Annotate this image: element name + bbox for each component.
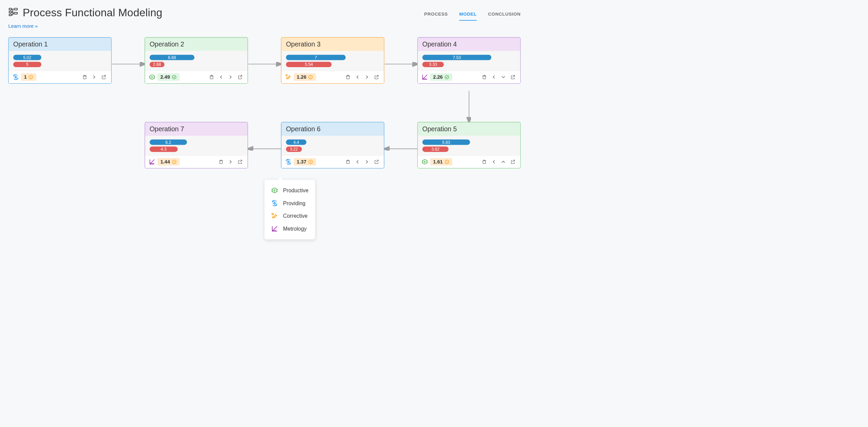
delete-icon[interactable]	[344, 73, 352, 81]
ratio-badge: 1	[21, 73, 36, 81]
chevron-left-icon[interactable]	[354, 158, 361, 166]
title-block: Process Functional Modeling	[8, 6, 162, 19]
metric-bar-blue: 4.4	[286, 139, 307, 145]
open-external-icon[interactable]	[100, 73, 107, 81]
info-circle-icon	[308, 159, 313, 164]
open-external-icon[interactable]	[509, 73, 517, 81]
delete-icon[interactable]	[480, 73, 488, 81]
card-title: Operation 5	[418, 122, 520, 136]
metrology-icon[interactable]	[149, 158, 156, 165]
corrective-icon	[271, 212, 278, 219]
card-operation-5[interactable]: Operation 55.833.621.61	[417, 122, 521, 169]
ratio-badge: 2.49	[157, 73, 179, 81]
card-title: Operation 3	[281, 38, 384, 51]
metrology-icon[interactable]	[421, 74, 428, 81]
chevron-up-icon[interactable]	[499, 158, 507, 166]
svg-rect-1	[9, 11, 12, 13]
open-external-icon[interactable]	[236, 73, 244, 81]
metric-bar-red: 4.3	[150, 147, 178, 152]
popover-label: Corrective	[283, 213, 308, 219]
chevron-left-icon[interactable]	[490, 73, 497, 81]
card-operation-4[interactable]: Operation 47.533.332.26	[417, 37, 521, 84]
metric-bar-blue: 5.83	[422, 139, 470, 145]
metric-bar-blue: 6.2	[150, 139, 187, 145]
delete-icon[interactable]	[480, 158, 488, 166]
card-title: Operation 2	[145, 38, 248, 51]
card-body: 75.54	[281, 51, 384, 72]
chevron-left-icon[interactable]	[217, 73, 225, 81]
chevron-left-icon[interactable]	[354, 73, 361, 81]
metric-bar-red: 3.62	[422, 147, 449, 152]
diagram-icon	[8, 7, 18, 18]
delete-icon[interactable]	[344, 158, 352, 166]
card-body: 6.682.68	[145, 51, 248, 72]
chevron-right-icon[interactable]	[363, 73, 371, 81]
card-operation-6[interactable]: Operation 64.43.221.37	[281, 122, 384, 169]
open-external-icon[interactable]	[236, 158, 244, 166]
chevron-right-icon[interactable]	[227, 158, 234, 166]
card-title: Operation 7	[145, 122, 248, 136]
card-footer: 2.49	[145, 71, 248, 83]
chevron-right-icon[interactable]	[363, 158, 371, 166]
delete-icon[interactable]	[217, 158, 225, 166]
popover-item-productive[interactable]: Productive	[271, 184, 309, 197]
card-footer: 1	[9, 71, 111, 83]
info-circle-icon	[445, 159, 450, 164]
ratio-value: 2.49	[160, 74, 170, 80]
card-footer: 1.26	[281, 71, 384, 83]
popover-item-metrology[interactable]: Metrology	[271, 222, 309, 235]
open-external-icon[interactable]	[509, 158, 517, 166]
popover-item-providing[interactable]: Providing	[271, 197, 309, 210]
tab-model[interactable]: MODEL	[459, 12, 476, 21]
delete-icon[interactable]	[208, 73, 215, 81]
ratio-value: 1	[24, 74, 27, 80]
ratio-badge: 1.37	[294, 158, 316, 166]
metric-bar-blue: 7	[286, 55, 346, 60]
corrective-icon[interactable]	[285, 74, 292, 81]
providing-icon[interactable]	[13, 74, 19, 81]
chevron-right-icon[interactable]	[227, 73, 234, 81]
svg-rect-3	[14, 8, 17, 10]
popover-label: Providing	[283, 200, 305, 207]
category-popover: Productive Providing Corrective Metrolog…	[264, 180, 315, 239]
productive-icon[interactable]	[421, 158, 428, 165]
ratio-value: 2.26	[433, 74, 442, 80]
card-operation-2[interactable]: Operation 26.682.682.49	[145, 37, 248, 84]
card-footer: 1.44	[145, 156, 248, 168]
open-external-icon[interactable]	[373, 158, 380, 166]
metric-bar-blue: 6.68	[150, 55, 194, 60]
chevron-left-icon[interactable]	[490, 158, 497, 166]
delete-icon[interactable]	[81, 73, 88, 81]
metric-bar-red: 5	[13, 62, 41, 67]
ratio-badge: 2.26	[430, 73, 452, 81]
tab-conclusion[interactable]: CONCLUSION	[488, 12, 520, 21]
diagram-canvas: Operation 15.0251 Operation 26.682.682.4…	[8, 37, 520, 244]
productive-icon	[271, 187, 278, 194]
ratio-badge: 1.26	[294, 73, 316, 81]
card-operation-3[interactable]: Operation 375.541.26	[281, 37, 384, 84]
card-body: 6.24.3	[145, 136, 248, 156]
chevron-down-icon[interactable]	[499, 73, 507, 81]
open-external-icon[interactable]	[373, 73, 380, 81]
card-body: 4.43.22	[281, 136, 384, 156]
ratio-value: 1.37	[297, 159, 306, 165]
popover-label: Metrology	[283, 226, 307, 232]
chevron-right-icon[interactable]	[91, 73, 98, 81]
ratio-value: 1.26	[297, 74, 306, 80]
tab-process[interactable]: PROCESS	[424, 12, 448, 21]
card-footer: 2.26	[418, 71, 520, 83]
providing-icon[interactable]	[285, 158, 292, 165]
card-title: Operation 1	[9, 38, 111, 51]
popover-item-corrective[interactable]: Corrective	[271, 210, 309, 222]
productive-icon[interactable]	[149, 74, 156, 81]
card-footer: 1.61	[418, 156, 520, 168]
metric-bar-red: 3.33	[422, 62, 444, 67]
card-operation-7[interactable]: Operation 76.24.31.44	[145, 122, 248, 169]
ratio-badge: 1.44	[157, 158, 179, 166]
check-circle-icon	[172, 75, 177, 80]
card-operation-1[interactable]: Operation 15.0251	[8, 37, 112, 84]
ratio-value: 1.44	[160, 159, 170, 165]
ratio-value: 1.61	[433, 159, 442, 165]
page-title: Process Functional Modeling	[23, 6, 162, 19]
learn-more-link[interactable]: Learn more »	[8, 23, 38, 29]
